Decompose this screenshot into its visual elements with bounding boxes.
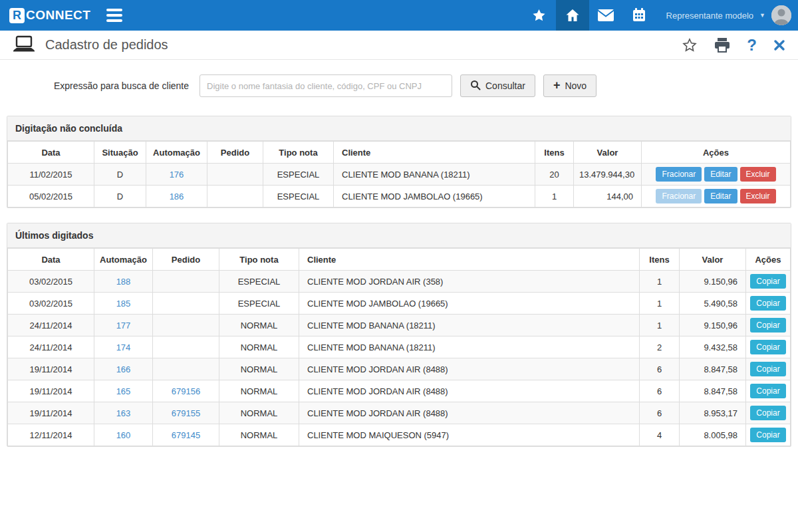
table-cell: 11/02/2015: [8, 164, 94, 186]
copiar-button[interactable]: Copiar: [750, 296, 785, 311]
table-cell: 4: [640, 424, 680, 446]
table-cell: 679156: [153, 380, 219, 402]
table-cell: 1: [640, 293, 680, 315]
table-cell: 176: [146, 164, 207, 186]
column-header: Ações: [642, 142, 791, 164]
table-cell: NORMAL: [219, 358, 299, 380]
table-cell: 20: [535, 164, 574, 186]
fracionar-button[interactable]: Fracionar: [656, 167, 702, 182]
favorites-icon[interactable]: [523, 0, 556, 31]
table-cell: CLIENTE MOD JAMBOLAO (19665): [299, 293, 640, 315]
column-header: Data: [8, 142, 94, 164]
chevron-down-icon: ▼: [759, 12, 765, 19]
record-link[interactable]: 679145: [172, 430, 200, 440]
table-row: 19/11/2014163679155NORMALCLIENTE MOD JOR…: [8, 402, 791, 424]
record-link[interactable]: 188: [116, 277, 131, 287]
fracionar-button[interactable]: Fracionar: [656, 189, 702, 203]
editar-button[interactable]: Editar: [704, 189, 737, 203]
excluir-button[interactable]: Excluir: [740, 167, 776, 182]
calendar-icon[interactable]: [622, 0, 656, 31]
print-icon[interactable]: [714, 37, 731, 53]
client-search-input[interactable]: [200, 74, 452, 97]
table-cell: 185: [94, 293, 153, 315]
copiar-button[interactable]: Copiar: [750, 340, 785, 354]
column-header: Tipo nota: [263, 142, 334, 164]
editar-button[interactable]: Editar: [704, 167, 737, 182]
record-link[interactable]: 679156: [172, 386, 200, 396]
column-header: Cliente: [334, 142, 535, 164]
column-header: Itens: [640, 249, 680, 271]
section-title: Últimos digitados: [7, 223, 791, 248]
table-cell: 03/02/2015: [8, 271, 94, 293]
new-button[interactable]: + Novo: [543, 74, 597, 97]
record-link[interactable]: 165: [116, 386, 131, 396]
table-cell: CLIENTE MOD BANANA (18211): [299, 315, 640, 336]
record-link[interactable]: 679155: [172, 408, 200, 418]
user-menu[interactable]: Representante modelo ▼: [666, 5, 791, 25]
table-cell: 19/11/2014: [8, 380, 94, 402]
table-cell: 19/11/2014: [8, 402, 94, 424]
table-cell: [153, 315, 219, 336]
table-row: 03/02/2015188ESPECIALCLIENTE MOD JORDAN …: [8, 271, 791, 293]
user-label: Representante modelo: [666, 11, 754, 21]
table-cell: 9.432,58: [680, 336, 746, 358]
actions-cell: Copiar: [746, 424, 791, 446]
table-cell: ESPECIAL: [219, 293, 299, 315]
close-icon[interactable]: [773, 39, 786, 52]
record-link[interactable]: 160: [116, 430, 131, 440]
home-icon[interactable]: [556, 0, 589, 31]
record-link[interactable]: 177: [116, 321, 131, 331]
copiar-button[interactable]: Copiar: [750, 384, 785, 398]
column-header: Pedido: [207, 142, 263, 164]
table-cell: 186: [146, 186, 207, 207]
copiar-button[interactable]: Copiar: [750, 362, 785, 376]
table-cell: CLIENTE MOD BANANA (18211): [334, 164, 535, 186]
actions-cell: Copiar: [746, 380, 791, 402]
table-cell: 13.479.944,30: [574, 164, 642, 186]
logo[interactable]: R CONNECT: [9, 8, 90, 23]
copiar-button[interactable]: Copiar: [750, 274, 785, 289]
table-row: 19/11/2014166NORMALCLIENTE MOD JORDAN AI…: [8, 358, 791, 380]
table-header-row: DataAutomaçãoPedidoTipo notaClienteItens…: [8, 249, 791, 271]
table-cell: [207, 186, 263, 207]
table-cell: CLIENTE MOD JORDAN AIR (358): [299, 271, 640, 293]
record-link[interactable]: 163: [116, 408, 131, 418]
table-cell: NORMAL: [219, 380, 299, 402]
pending-orders-table: DataSituaçãoAutomaçãoPedidoTipo notaClie…: [7, 141, 791, 207]
panel-pending-orders: Digitação não concluída DataSituaçãoAuto…: [7, 116, 791, 208]
record-link[interactable]: 166: [116, 364, 131, 374]
record-link[interactable]: 185: [116, 299, 131, 309]
copiar-button[interactable]: Copiar: [750, 318, 785, 332]
table-cell: [153, 271, 219, 293]
table-cell: NORMAL: [219, 315, 299, 336]
column-header: Automação: [146, 142, 207, 164]
table-cell: 8.953,17: [680, 402, 746, 424]
table-cell: ESPECIAL: [219, 271, 299, 293]
consult-button[interactable]: Consultar: [460, 74, 535, 97]
mail-icon[interactable]: [589, 0, 622, 31]
table-cell: CLIENTE MOD JORDAN AIR (8488): [299, 358, 640, 380]
record-link[interactable]: 174: [116, 342, 131, 352]
record-link[interactable]: 176: [170, 170, 184, 180]
help-icon[interactable]: ?: [747, 37, 757, 53]
panel-recent-orders: Últimos digitados DataAutomaçãoPedidoTip…: [7, 223, 791, 447]
table-cell: NORMAL: [219, 424, 299, 446]
table-row: 03/02/2015185ESPECIALCLIENTE MOD JAMBOLA…: [8, 293, 791, 315]
section-title: Digitação não concluída: [7, 116, 791, 141]
table-cell: NORMAL: [219, 336, 299, 358]
copiar-button[interactable]: Copiar: [750, 428, 785, 442]
column-header: Ações: [746, 249, 791, 271]
search-label: Expressão para busca de cliente: [0, 80, 200, 91]
copiar-button[interactable]: Copiar: [750, 406, 785, 420]
column-header: Valor: [680, 249, 746, 271]
record-link[interactable]: 186: [170, 192, 184, 201]
table-cell: 6: [640, 380, 680, 402]
menu-icon[interactable]: [104, 6, 125, 25]
table-cell: [153, 358, 219, 380]
favorite-page-icon[interactable]: [682, 37, 698, 53]
excluir-button[interactable]: Excluir: [740, 189, 776, 203]
table-cell: [153, 336, 219, 358]
column-header: Itens: [535, 142, 574, 164]
actions-cell: Copiar: [746, 358, 791, 380]
table-cell: 165: [94, 380, 153, 402]
